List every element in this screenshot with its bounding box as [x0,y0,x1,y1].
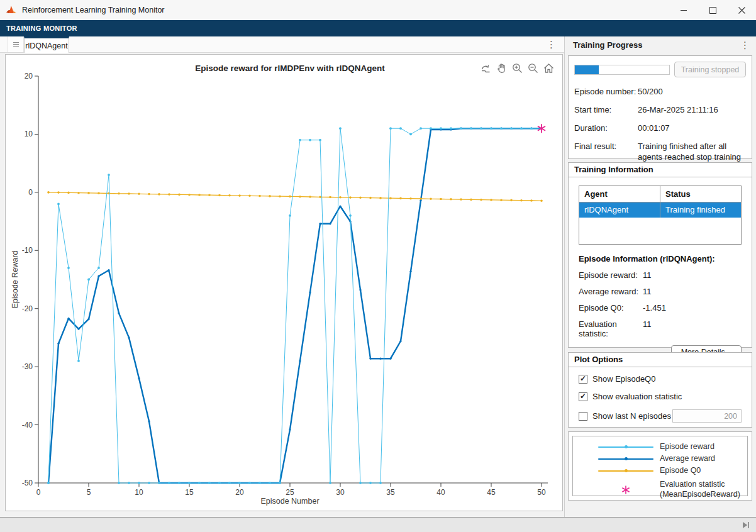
data-point-marker [470,199,472,201]
legend-item-evaluation-statistic: Evaluation statistic (MeanEpisodeReward) [598,480,747,499]
chart-panel[interactable]: Episode reward for rlMDPEnv with rlDQNAg… [5,54,563,511]
data-point-marker [520,199,523,202]
data-point-marker [460,127,462,130]
progress-bar-fill [575,65,599,74]
show-last-n-episodes-checkbox[interactable]: ✓ [579,412,587,421]
data-point-marker [339,127,342,130]
data-point-marker [258,482,261,484]
row-value: 50/200 [638,87,746,97]
skip-end-icon [742,521,750,529]
data-point-marker [67,267,70,269]
n-episodes-input[interactable] [672,409,742,423]
data-point-marker [168,193,170,196]
data-point-marker [228,482,231,484]
x-axis-label: Episode Number [260,497,319,506]
zoom-out-button[interactable] [526,62,539,74]
episode-number-row: Episode number: 50/200 [574,87,746,97]
panel-menu-icon[interactable]: ⋮ [740,40,750,50]
zoom-in-button[interactable] [511,62,523,74]
data-point-marker [57,343,59,345]
y-tick-label: -10 [22,246,33,255]
export-button[interactable] [479,62,492,74]
legend-panel: Episode reward Average reward Episode Q0… [568,431,752,501]
episode-info-heading: Episode Information (rlDQNAgent): [579,254,742,263]
data-point-marker [128,192,130,195]
maximize-icon [709,7,716,14]
data-point-marker [369,482,372,484]
training-stopped-button[interactable]: Training stopped [674,62,746,77]
close-icon [738,7,745,14]
show-evaluation-statistic-row: ✓ Show evaluation statistic [579,392,742,401]
data-point-marker [178,194,181,196]
show-episodeq0-row: ✓ Show EpisodeQ0 [579,374,742,384]
data-point-marker [369,197,372,199]
data-point-marker [67,318,69,319]
legend-label: Average reward [660,454,747,464]
data-point-marker [198,194,201,196]
data-point-marker [420,197,422,200]
training-progress-panel: Training stopped Episode number: 50/200 … [568,55,752,159]
data-point-marker [218,482,221,484]
show-episodeq0-checkbox[interactable]: ✓ [579,375,587,384]
data-point-marker [470,127,472,130]
data-point-marker [500,127,503,130]
data-point-marker [389,127,392,130]
data-point-marker [258,195,261,197]
row-value: -1.451 [643,303,666,313]
x-tick-label: 5 [87,488,91,497]
zoom-in-icon [511,62,523,74]
data-point-marker [319,223,321,224]
data-point-marker [57,202,60,205]
tab-training-monitor[interactable]: TRAINING MONITOR [0,20,84,36]
legend-label: Evaluation statistic (MeanEpisodeReward) [660,480,747,499]
legend-label: Episode Q0 [660,466,747,476]
row-value: 11 [643,287,652,296]
expand-panel-button[interactable] [742,521,750,529]
x-tick-label: 10 [135,488,143,497]
pan-button[interactable] [495,62,508,74]
average-reward-row: Average reward: 11 [579,287,742,296]
data-point-marker [530,199,533,202]
data-point-marker [440,198,442,201]
average-reward-line-swatch [598,457,653,460]
bottom-scrollbar-strip [0,517,756,532]
title-bar: Reinforcement Learning Training Monitor [0,0,756,20]
data-point-marker [319,139,321,141]
data-point-marker [420,127,422,130]
maximize-button[interactable] [698,0,727,20]
data-point-marker [208,194,211,196]
data-point-marker [158,482,160,484]
restore-view-button[interactable] [542,62,555,74]
data-point-marker [238,482,241,484]
close-button[interactable] [727,0,756,20]
data-point-marker [389,197,392,199]
legend-item-episode-reward: Episode reward [598,441,747,453]
table-row[interactable]: rlDQNAgent Training finished [579,202,741,218]
episode-reward-plot[interactable]: Episode reward for rlMDPEnv with rlDQNAg… [6,55,562,511]
x-tick-label: 35 [386,488,395,497]
training-progress-bar [574,65,670,75]
tab-overflow-menu-icon[interactable]: ⋮ [547,40,556,49]
row-label: Duration: [574,123,638,134]
data-point-marker [158,193,160,196]
data-point-marker [319,196,321,199]
legend-label: Episode reward [660,442,747,452]
data-point-marker [480,127,482,130]
episode-reward-line-swatch [598,445,653,448]
data-point-marker [520,127,523,130]
column-agent: Agent [579,186,660,202]
show-last-n-episodes-row: ✓ Show last N episodes [579,409,742,423]
data-point-marker [118,313,120,314]
minimize-button[interactable] [669,0,698,20]
x-tick-label: 40 [436,488,445,497]
data-point-marker [379,197,382,199]
tab-list-button[interactable] [8,36,24,52]
data-point-marker [188,482,191,484]
window-controls [669,0,756,20]
checkbox-label: Show EpisodeQ0 [592,374,655,384]
data-point-marker [339,205,341,207]
data-point-marker [369,358,371,360]
tab-label: rlDQNAgent [25,42,67,50]
show-evaluation-statistic-checkbox[interactable]: ✓ [579,392,587,401]
tab-rldqnagent[interactable]: rlDQNAgent [24,36,69,53]
